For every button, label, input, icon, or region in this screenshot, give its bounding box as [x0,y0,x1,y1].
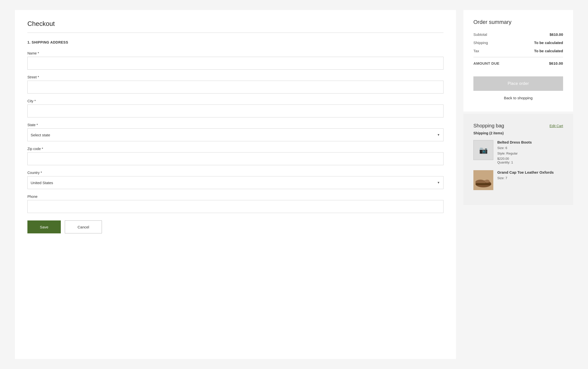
tax-label: Tax [473,49,479,53]
cancel-button[interactable]: Cancel [65,220,102,233]
country-select-wrapper: United States ▼ [27,176,443,189]
phone-field-group: Phone [27,195,443,213]
order-summary-box: Order summary Subtotal $610.00 Shipping … [463,10,573,111]
city-input[interactable] [27,105,443,117]
item-1-size: Size: 6 [497,145,563,151]
name-field-group: Name * [27,51,443,70]
street-field-group: Street * [27,75,443,94]
city-field-group: City * [27,99,443,117]
amount-due-label: AMOUNT DUE [473,61,500,65]
state-select-wrapper: Select state ▼ [27,128,443,141]
shopping-bag-box: Shopping bag Edit Cart Shipping (2 items… [463,114,573,205]
save-button[interactable]: Save [27,220,61,233]
item-2-details: Grand Cap Toe Leather Oxfords Size: 7 [497,170,563,190]
shipping-label: Shipping [473,41,488,45]
shopping-bag-title: Shopping bag [473,123,504,129]
item-2-size: Size: 7 [497,175,563,181]
subtotal-value: $610.00 [550,32,563,37]
edit-cart-link[interactable]: Edit Cart [550,124,563,128]
street-input[interactable] [27,81,443,94]
state-select[interactable]: Select state [27,128,443,141]
item-1-name: Belted Dress Boots [497,140,563,144]
subtotal-row: Subtotal $610.00 [473,32,563,37]
country-field-group: Country * United States ▼ [27,171,443,189]
back-to-shopping-link[interactable]: Back to shopping [504,96,532,100]
bag-item-1: 📷 Belted Dress Boots Size: 6 Style: Regu… [473,140,563,164]
subtotal-label: Subtotal [473,32,487,37]
tax-value: To be calculated [534,49,563,53]
order-summary-title: Order summary [473,19,563,25]
state-field-group: State * Select state ▼ [27,123,443,141]
tax-row: Tax To be calculated [473,49,563,53]
item-1-placeholder-icon: 📷 [479,146,488,154]
phone-input[interactable] [27,200,443,213]
shipping-row: Shipping To be calculated [473,41,563,45]
item-1-style: Style: Regular [497,151,563,156]
zip-input[interactable] [27,152,443,165]
name-label: Name * [27,51,443,55]
item-1-price: $220.00 [497,157,563,160]
state-label: State * [27,123,443,127]
form-button-row: Save Cancel [27,220,443,233]
back-to-shopping-container: Back to shopping [473,96,563,100]
country-label: Country * [27,171,443,175]
shipping-value: To be calculated [534,41,563,45]
shipping-items-label: Shipping (2 items) [473,131,563,135]
name-input[interactable] [27,57,443,70]
item-1-quantity: Quantity: 1 [497,160,563,164]
amount-due-row: AMOUNT DUE $610.00 [473,57,563,65]
item-2-image [473,170,493,190]
phone-label: Phone [27,195,443,199]
city-label: City * [27,99,443,103]
street-label: Street * [27,75,443,79]
zip-label: Zip code * [27,147,443,151]
bag-item-2: Grand Cap Toe Leather Oxfords Size: 7 [473,170,563,190]
item-2-name: Grand Cap Toe Leather Oxfords [497,170,563,174]
item-1-details: Belted Dress Boots Size: 6 Style: Regula… [497,140,563,164]
shipping-section-heading: 1. SHIPPING ADDRESS [27,40,443,44]
country-select[interactable]: United States [27,176,443,189]
section-divider [27,33,443,33]
svg-point-4 [485,180,490,183]
zip-field-group: Zip code * [27,147,443,165]
page-title: Checkout [27,20,443,28]
place-order-button[interactable]: Place order [473,76,563,91]
item-1-image: 📷 [473,140,493,160]
amount-due-value: $610.00 [549,61,563,65]
svg-rect-3 [476,183,491,185]
shopping-bag-header: Shopping bag Edit Cart [473,123,563,129]
